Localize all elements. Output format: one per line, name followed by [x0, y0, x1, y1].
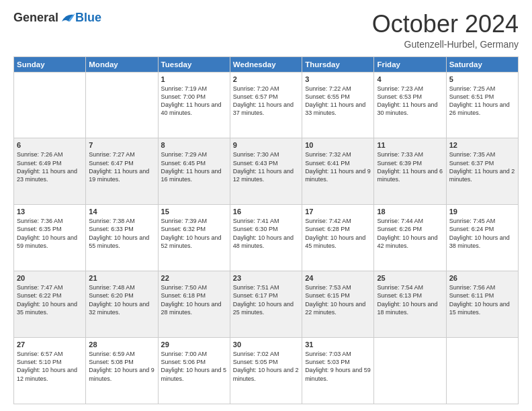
day-content: Sunrise: 7:30 AM Sunset: 6:43 PM Dayligh… [233, 150, 299, 183]
calendar-cell [14, 72, 86, 138]
day-number: 8 [161, 141, 227, 149]
day-content: Sunrise: 7:22 AM Sunset: 6:55 PM Dayligh… [305, 85, 371, 118]
calendar-cell: 16Sunrise: 7:41 AM Sunset: 6:30 PM Dayli… [230, 205, 302, 271]
calendar-cell: 3Sunrise: 7:22 AM Sunset: 6:55 PM Daylig… [302, 72, 374, 138]
calendar-table: Sunday Monday Tuesday Wednesday Thursday… [13, 56, 519, 404]
day-number: 16 [233, 208, 299, 216]
day-number: 31 [305, 340, 371, 349]
day-number: 23 [233, 274, 299, 282]
calendar-cell: 24Sunrise: 7:53 AM Sunset: 6:15 PM Dayli… [302, 271, 374, 338]
day-content: Sunrise: 7:51 AM Sunset: 6:17 PM Dayligh… [233, 283, 299, 316]
calendar-cell: 21Sunrise: 7:48 AM Sunset: 6:20 PM Dayli… [86, 271, 158, 338]
calendar-week-row: 27Sunrise: 6:57 AM Sunset: 5:10 PM Dayli… [14, 338, 519, 404]
day-content: Sunrise: 7:39 AM Sunset: 6:32 PM Dayligh… [161, 217, 227, 250]
logo-blue-text: Blue [75, 11, 101, 25]
day-content: Sunrise: 7:27 AM Sunset: 6:47 PM Dayligh… [89, 150, 154, 183]
day-content: Sunrise: 7:19 AM Sunset: 7:00 PM Dayligh… [161, 85, 227, 118]
calendar-cell: 14Sunrise: 7:38 AM Sunset: 6:33 PM Dayli… [86, 205, 158, 271]
calendar-cell: 31Sunrise: 7:03 AM Sunset: 5:03 PM Dayli… [302, 338, 374, 404]
calendar-cell: 18Sunrise: 7:44 AM Sunset: 6:26 PM Dayli… [374, 205, 446, 271]
day-number: 29 [161, 340, 227, 349]
calendar-cell: 12Sunrise: 7:35 AM Sunset: 6:37 PM Dayli… [446, 138, 518, 205]
calendar-header-row: Sunday Monday Tuesday Wednesday Thursday… [14, 56, 519, 72]
day-content: Sunrise: 7:44 AM Sunset: 6:26 PM Dayligh… [377, 217, 443, 250]
calendar-cell: 9Sunrise: 7:30 AM Sunset: 6:43 PM Daylig… [230, 138, 302, 205]
day-content: Sunrise: 7:20 AM Sunset: 6:57 PM Dayligh… [233, 85, 299, 118]
day-number: 6 [17, 141, 83, 149]
col-tuesday: Tuesday [158, 56, 230, 72]
day-number: 25 [377, 274, 443, 282]
calendar-cell: 28Sunrise: 6:59 AM Sunset: 5:08 PM Dayli… [86, 338, 158, 404]
day-content: Sunrise: 7:26 AM Sunset: 6:49 PM Dayligh… [17, 150, 83, 183]
calendar-week-row: 20Sunrise: 7:47 AM Sunset: 6:22 PM Dayli… [14, 271, 519, 338]
calendar-cell: 10Sunrise: 7:32 AM Sunset: 6:41 PM Dayli… [302, 138, 374, 205]
location-title: Gutenzell-Hurbel, Germany [372, 39, 519, 50]
day-number: 15 [161, 208, 227, 216]
day-number: 1 [161, 75, 227, 83]
calendar-cell: 25Sunrise: 7:54 AM Sunset: 6:13 PM Dayli… [374, 271, 446, 338]
day-number: 20 [17, 274, 83, 282]
calendar-cell [374, 338, 446, 404]
day-number: 19 [449, 208, 515, 216]
day-content: Sunrise: 7:53 AM Sunset: 6:15 PM Dayligh… [305, 283, 371, 316]
calendar-cell: 13Sunrise: 7:36 AM Sunset: 6:35 PM Dayli… [14, 205, 86, 271]
day-number: 4 [377, 75, 443, 83]
day-number: 3 [305, 75, 371, 83]
calendar-cell: 22Sunrise: 7:50 AM Sunset: 6:18 PM Dayli… [158, 271, 230, 338]
day-number: 18 [377, 208, 443, 216]
day-content: Sunrise: 7:45 AM Sunset: 6:24 PM Dayligh… [449, 217, 515, 250]
calendar-cell: 1Sunrise: 7:19 AM Sunset: 7:00 PM Daylig… [158, 72, 230, 138]
logo-general-text: General [13, 11, 58, 25]
calendar-cell [446, 338, 518, 404]
calendar-cell: 7Sunrise: 7:27 AM Sunset: 6:47 PM Daylig… [86, 138, 158, 205]
col-saturday: Saturday [446, 56, 518, 72]
title-block: October 2024 Gutenzell-Hurbel, Germany [372, 11, 519, 50]
col-friday: Friday [374, 56, 446, 72]
calendar-week-row: 13Sunrise: 7:36 AM Sunset: 6:35 PM Dayli… [14, 205, 519, 271]
calendar-cell: 8Sunrise: 7:29 AM Sunset: 6:45 PM Daylig… [158, 138, 230, 205]
day-content: Sunrise: 7:32 AM Sunset: 6:41 PM Dayligh… [305, 150, 371, 183]
day-content: Sunrise: 7:36 AM Sunset: 6:35 PM Dayligh… [17, 217, 83, 250]
day-content: Sunrise: 7:41 AM Sunset: 6:30 PM Dayligh… [233, 217, 299, 250]
calendar-cell: 27Sunrise: 6:57 AM Sunset: 5:10 PM Dayli… [14, 338, 86, 404]
logo: General Blue [13, 11, 101, 25]
col-sunday: Sunday [14, 56, 86, 72]
day-number: 12 [449, 141, 515, 149]
day-number: 14 [89, 208, 154, 216]
day-number: 13 [17, 208, 83, 216]
calendar-cell: 26Sunrise: 7:56 AM Sunset: 6:11 PM Dayli… [446, 271, 518, 338]
calendar-cell: 19Sunrise: 7:45 AM Sunset: 6:24 PM Dayli… [446, 205, 518, 271]
day-number: 2 [233, 75, 299, 83]
page-header: General Blue October 2024 Gutenzell-Hurb… [13, 11, 519, 50]
day-content: Sunrise: 7:25 AM Sunset: 6:51 PM Dayligh… [449, 85, 515, 118]
day-number: 17 [305, 208, 371, 216]
calendar-cell [86, 72, 158, 138]
calendar-cell: 11Sunrise: 7:33 AM Sunset: 6:39 PM Dayli… [374, 138, 446, 205]
day-content: Sunrise: 7:23 AM Sunset: 6:53 PM Dayligh… [377, 85, 443, 118]
day-content: Sunrise: 7:29 AM Sunset: 6:45 PM Dayligh… [161, 150, 227, 183]
day-content: Sunrise: 6:57 AM Sunset: 5:10 PM Dayligh… [17, 350, 83, 383]
calendar-week-row: 6Sunrise: 7:26 AM Sunset: 6:49 PM Daylig… [14, 138, 519, 205]
month-title: October 2024 [372, 11, 519, 38]
day-number: 27 [17, 340, 83, 349]
col-thursday: Thursday [302, 56, 374, 72]
day-content: Sunrise: 7:47 AM Sunset: 6:22 PM Dayligh… [17, 283, 83, 316]
calendar-cell: 6Sunrise: 7:26 AM Sunset: 6:49 PM Daylig… [14, 138, 86, 205]
day-number: 5 [449, 75, 515, 83]
day-content: Sunrise: 7:54 AM Sunset: 6:13 PM Dayligh… [377, 283, 443, 316]
col-wednesday: Wednesday [230, 56, 302, 72]
calendar-cell: 23Sunrise: 7:51 AM Sunset: 6:17 PM Dayli… [230, 271, 302, 338]
day-content: Sunrise: 7:02 AM Sunset: 5:05 PM Dayligh… [233, 350, 299, 383]
calendar-page: General Blue October 2024 Gutenzell-Hurb… [0, 0, 532, 411]
day-content: Sunrise: 7:33 AM Sunset: 6:39 PM Dayligh… [377, 150, 443, 183]
day-content: Sunrise: 7:56 AM Sunset: 6:11 PM Dayligh… [449, 283, 515, 316]
day-content: Sunrise: 7:35 AM Sunset: 6:37 PM Dayligh… [449, 150, 515, 183]
calendar-cell: 15Sunrise: 7:39 AM Sunset: 6:32 PM Dayli… [158, 205, 230, 271]
day-number: 22 [161, 274, 227, 282]
calendar-cell: 4Sunrise: 7:23 AM Sunset: 6:53 PM Daylig… [374, 72, 446, 138]
col-monday: Monday [86, 56, 158, 72]
calendar-cell: 29Sunrise: 7:00 AM Sunset: 5:06 PM Dayli… [158, 338, 230, 404]
calendar-week-row: 1Sunrise: 7:19 AM Sunset: 7:00 PM Daylig… [14, 72, 519, 138]
day-content: Sunrise: 7:00 AM Sunset: 5:06 PM Dayligh… [161, 350, 227, 383]
day-number: 7 [89, 141, 154, 149]
